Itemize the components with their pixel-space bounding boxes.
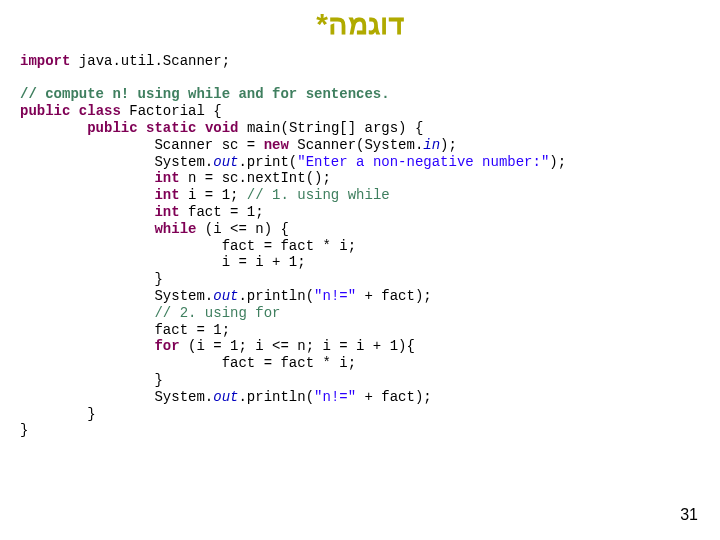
code-kw: while xyxy=(154,221,196,237)
code-text: .print( xyxy=(238,154,297,170)
code-text: java.util.Scanner; xyxy=(70,53,230,69)
code-text: i = 1; xyxy=(180,187,247,203)
code-text: i = i + 1; xyxy=(222,254,306,270)
code-field: out xyxy=(213,288,238,304)
code-text: System. xyxy=(154,154,213,170)
code-indent xyxy=(20,221,154,237)
code-text: fact = 1; xyxy=(154,322,230,338)
code-text: .println( xyxy=(238,288,314,304)
code-kw: public xyxy=(87,120,137,136)
code-kw: for xyxy=(154,338,179,354)
code-text: .println( xyxy=(238,389,314,405)
code-kw: import xyxy=(20,53,70,69)
code-text: ); xyxy=(440,137,457,153)
code-indent xyxy=(20,406,87,422)
code-indent xyxy=(20,389,154,405)
code-block: import java.util.Scanner; // compute n! … xyxy=(0,36,720,439)
code-indent xyxy=(20,271,154,287)
code-text: } xyxy=(87,406,95,422)
code-text: Scanner sc = xyxy=(154,137,263,153)
code-string: "Enter a non-negative number:" xyxy=(297,154,549,170)
code-kw: public xyxy=(20,103,70,119)
code-indent xyxy=(20,288,154,304)
code-text: ); xyxy=(549,154,566,170)
code-indent xyxy=(20,170,154,186)
code-text: (i = 1; i <= n; i = i + 1){ xyxy=(180,338,415,354)
code-text: + fact); xyxy=(356,389,432,405)
code-indent xyxy=(20,154,154,170)
code-indent xyxy=(20,305,154,321)
code-indent xyxy=(20,187,154,203)
code-text: } xyxy=(154,372,162,388)
code-text: fact = fact * i; xyxy=(222,238,356,254)
code-field: in xyxy=(423,137,440,153)
code-indent xyxy=(20,338,154,354)
code-kw: class xyxy=(79,103,121,119)
code-text: Scanner(System. xyxy=(289,137,423,153)
code-indent xyxy=(20,137,154,153)
code-comment: // compute n! using while and for senten… xyxy=(20,86,390,102)
code-text: (i <= n) { xyxy=(196,221,288,237)
code-comment: // 2. using for xyxy=(154,305,280,321)
code-indent xyxy=(20,204,154,220)
code-field: out xyxy=(213,154,238,170)
code-kw: void xyxy=(205,120,239,136)
code-text: Factorial { xyxy=(121,103,222,119)
code-indent xyxy=(20,355,222,371)
code-text: System. xyxy=(154,288,213,304)
code-text: } xyxy=(154,271,162,287)
code-field: out xyxy=(213,389,238,405)
code-text: fact = 1; xyxy=(180,204,264,220)
code-string: "n!=" xyxy=(314,389,356,405)
code-kw: int xyxy=(154,170,179,186)
code-text: } xyxy=(20,422,28,438)
page-number: 31 xyxy=(680,505,698,524)
code-kw: int xyxy=(154,204,179,220)
code-comment: // 1. using while xyxy=(247,187,390,203)
code-kw: static xyxy=(146,120,196,136)
code-text: + fact); xyxy=(356,288,432,304)
code-indent xyxy=(20,322,154,338)
code-string: "n!=" xyxy=(314,288,356,304)
code-text: n = sc.nextInt(); xyxy=(180,170,331,186)
code-indent xyxy=(20,238,222,254)
code-text: System. xyxy=(154,389,213,405)
code-text: fact = fact * i; xyxy=(222,355,356,371)
code-kw: new xyxy=(264,137,289,153)
code-indent xyxy=(20,254,222,270)
code-kw: int xyxy=(154,187,179,203)
code-indent xyxy=(20,120,87,136)
code-indent xyxy=(20,372,154,388)
code-text: main(String[] args) { xyxy=(238,120,423,136)
